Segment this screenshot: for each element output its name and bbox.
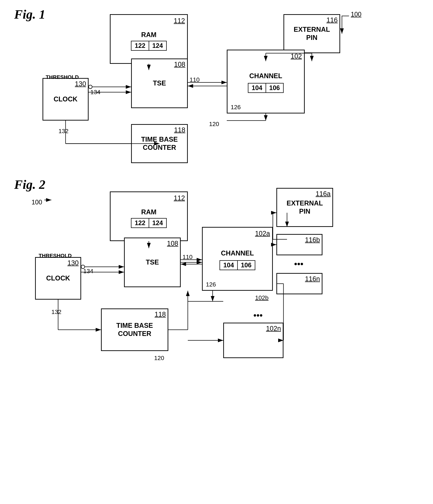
fig2-tse-label: TSE <box>146 258 159 266</box>
fig1-ext-label: EXTERNAL PIN <box>294 26 330 42</box>
fig2-ext-a-label: EXTERNAL PIN <box>287 199 323 216</box>
fig2-clock-label: CLOCK <box>46 274 70 282</box>
fig1-external-pin-box: 116 EXTERNAL PIN <box>283 14 340 53</box>
fig2-tse-arrow-ref: 110 <box>183 253 193 261</box>
fig1-label: Fig. 1 <box>14 7 45 22</box>
fig2-ext-b-ref: 116b <box>305 236 320 243</box>
fig1-ref100: 100 <box>351 11 362 18</box>
fig2-channel-b-ref: 102b <box>255 294 269 301</box>
fig2-tse-box: 108 TSE <box>124 238 181 287</box>
fig2-timebase-box: 118 TIME BASE COUNTER <box>101 308 168 351</box>
fig2-ext-n-ref: 116n <box>305 275 320 283</box>
fig2-ref134: 134 <box>83 268 93 275</box>
fig1-ram-inner1: 122 <box>131 41 149 51</box>
fig1-channel-inner1: 104 <box>248 83 266 93</box>
fig2-label: Fig. 2 <box>14 177 45 192</box>
fig1-ram-ref: 112 <box>174 17 185 25</box>
fig2-ram-box: 112 RAM 122 124 <box>110 191 188 241</box>
fig1-clock-ref: 130 <box>75 80 86 88</box>
fig1-tse-ref: 108 <box>174 61 185 68</box>
fig2-channel-a-ref: 102a <box>255 230 270 237</box>
fig1-channel-inner2: 106 <box>266 83 284 93</box>
fig2-ram-inner2: 124 <box>149 218 167 228</box>
fig1-threshold: THRESHOLD <box>46 74 79 80</box>
fig2-timebase-label: TIME BASE COUNTER <box>116 322 153 338</box>
fig2-ram-inner1: 122 <box>131 218 149 228</box>
svg-point-10 <box>88 85 92 89</box>
fig1-clock-box: 130 CLOCK <box>43 78 88 121</box>
fig1-timebase-ref: 118 <box>174 126 185 134</box>
fig2-channel-a-label: CHANNEL <box>221 249 254 257</box>
fig1-clock-label: CLOCK <box>53 95 77 103</box>
fig1-channel-inner-ref: 126 <box>231 104 241 110</box>
fig1-timebase-box: 118 TIME BASE COUNTER <box>131 124 188 163</box>
fig1-tse-arrow-ref: 110 <box>190 76 200 83</box>
fig1-ext-ref: 116 <box>327 16 338 24</box>
fig1-tse-label: TSE <box>153 79 166 87</box>
fig2-ext-dots: ••• <box>294 259 303 269</box>
fig1-timebase-label: TIME BASE COUNTER <box>141 135 178 152</box>
fig2-ref120: 120 <box>154 355 164 361</box>
fig2-clock-ref: 130 <box>68 259 79 267</box>
fig1-channel-ref: 102 <box>291 53 302 60</box>
fig2-timebase-ref: 118 <box>155 311 166 318</box>
fig2-channel-a-inner2: 106 <box>238 260 255 270</box>
fig2-clock-box: 130 CLOCK <box>35 257 81 300</box>
fig1-ref120: 120 <box>209 121 219 127</box>
fig2-channel-a-inner1: 104 <box>220 260 238 270</box>
fig1-tse-box: 108 TSE <box>131 59 188 108</box>
fig1-ram-label: RAM <box>141 31 157 39</box>
fig1-channel-box: 102 CHANNEL 104 106 126 <box>227 50 305 113</box>
fig1-channel-label: CHANNEL <box>249 72 282 80</box>
fig2-ref132: 132 <box>51 308 62 315</box>
fig1-ram-inner2: 124 <box>149 41 167 51</box>
fig1-ref132: 132 <box>58 128 69 135</box>
fig2-ext-pin-a-box: 116a EXTERNAL PIN <box>276 188 333 227</box>
fig2-channel-a-inner-ref: 126 <box>206 281 216 288</box>
fig1-ref134: 134 <box>90 89 100 96</box>
fig2-ext-a-ref: 116a <box>316 190 331 198</box>
fig2-channel-n-box: 102n <box>223 323 283 358</box>
fig2-ext-pin-b-box: 116b <box>276 234 322 255</box>
fig2-ram-ref: 112 <box>174 194 185 202</box>
fig2-channel-dots: ••• <box>253 310 263 321</box>
fig1-ram-box: 112 RAM 122 124 <box>110 14 188 64</box>
fig2-channel-n-ref: 102n <box>266 325 281 332</box>
fig2-channel-a-box: 102a CHANNEL 104 106 126 <box>202 227 273 291</box>
fig2-tse-ref: 108 <box>167 240 178 247</box>
fig2-threshold: THRESHOLD <box>39 253 72 259</box>
fig2-ext-pin-n-box: 116n <box>276 273 322 294</box>
fig2-ref100: 100 <box>32 198 42 206</box>
fig2-ram-label: RAM <box>141 208 157 216</box>
